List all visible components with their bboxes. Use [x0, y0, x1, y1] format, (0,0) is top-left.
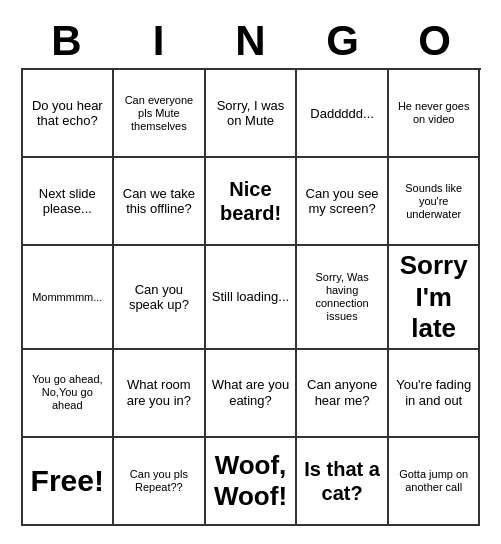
bingo-cell: Sounds like you're underwater [389, 158, 481, 246]
bingo-cell: Can everyone pls Mute themselves [114, 70, 206, 158]
cell-text: Can you pls Repeat?? [118, 468, 200, 494]
cell-text: Can you see my screen? [301, 186, 383, 217]
cell-text: Woof, Woof! [210, 450, 292, 512]
bingo-cell: Daddddd... [297, 70, 389, 158]
bingo-cell: Mommmmm... [23, 246, 115, 350]
cell-text: What room are you in? [118, 377, 200, 408]
cell-text: You go ahead, No,You go ahead [27, 373, 109, 413]
header-letter: O [389, 18, 481, 64]
bingo-cell: Do you hear that echo? [23, 70, 115, 158]
bingo-cell: What room are you in? [114, 350, 206, 438]
bingo-cell: Nice beard! [206, 158, 298, 246]
cell-text: Sorry, Was having connection issues [301, 271, 383, 324]
cell-text: Daddddd... [310, 106, 374, 122]
bingo-cell: Woof, Woof! [206, 438, 298, 526]
bingo-cell: Gotta jump on another call [389, 438, 481, 526]
bingo-cell: Can we take this offline? [114, 158, 206, 246]
cell-text: Next slide please... [27, 186, 109, 217]
bingo-cell: Next slide please... [23, 158, 115, 246]
bingo-cell: Is that a cat? [297, 438, 389, 526]
bingo-cell: He never goes on video [389, 70, 481, 158]
cell-text: Mommmmm... [32, 291, 102, 304]
cell-text: Sorry, I was on Mute [210, 98, 292, 129]
bingo-cell: You go ahead, No,You go ahead [23, 350, 115, 438]
bingo-cell: Still loading... [206, 246, 298, 350]
cell-text: Gotta jump on another call [393, 468, 475, 494]
bingo-card: BINGO Do you hear that echo?Can everyone… [11, 8, 491, 536]
bingo-cell: Free! [23, 438, 115, 526]
cell-text: Nice beard! [210, 177, 292, 225]
header-letter: N [205, 18, 297, 64]
bingo-cell: You're fading in and out [389, 350, 481, 438]
bingo-cell: Sorry I'm late [389, 246, 481, 350]
cell-text: Do you hear that echo? [27, 98, 109, 129]
bingo-cell: Can anyone hear me? [297, 350, 389, 438]
cell-text: Free! [31, 463, 104, 499]
cell-text: Sounds like you're underwater [393, 182, 475, 222]
header-letter: I [113, 18, 205, 64]
cell-text: Is that a cat? [301, 457, 383, 505]
cell-text: Sorry I'm late [393, 250, 475, 344]
cell-text: You're fading in and out [393, 377, 475, 408]
header-letter: B [21, 18, 113, 64]
header-letter: G [297, 18, 389, 64]
bingo-cell: Can you speak up? [114, 246, 206, 350]
bingo-cell: Can you see my screen? [297, 158, 389, 246]
bingo-cell: Sorry, I was on Mute [206, 70, 298, 158]
bingo-cell: Sorry, Was having connection issues [297, 246, 389, 350]
bingo-header: BINGO [21, 18, 481, 64]
cell-text: Still loading... [212, 289, 289, 305]
cell-text: What are you eating? [210, 377, 292, 408]
cell-text: Can everyone pls Mute themselves [118, 94, 200, 134]
bingo-cell: Can you pls Repeat?? [114, 438, 206, 526]
cell-text: Can you speak up? [118, 282, 200, 313]
cell-text: Can anyone hear me? [301, 377, 383, 408]
cell-text: Can we take this offline? [118, 186, 200, 217]
bingo-cell: What are you eating? [206, 350, 298, 438]
cell-text: He never goes on video [393, 100, 475, 126]
bingo-grid: Do you hear that echo?Can everyone pls M… [21, 68, 481, 526]
